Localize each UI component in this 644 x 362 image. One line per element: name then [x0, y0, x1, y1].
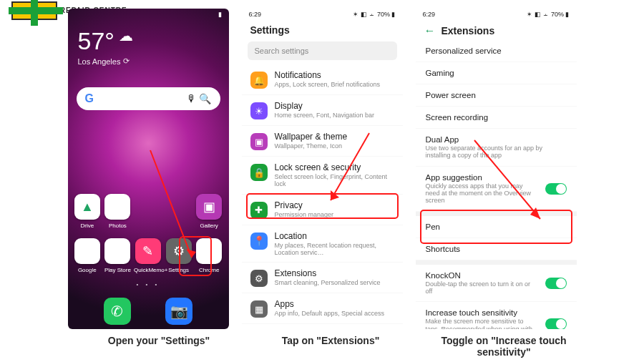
status-bar: ▮: [68, 9, 229, 20]
settings-item-apps[interactable]: ▦AppsApp info, Default apps, Special acc…: [242, 293, 403, 324]
weather-temp[interactable]: 57°☁: [78, 27, 219, 55]
back-icon[interactable]: ←: [424, 24, 436, 37]
google-search-bar[interactable]: G 🎙 🔍: [77, 87, 220, 110]
camera-app-icon[interactable]: 📷: [165, 298, 192, 325]
status-bar: 6:29✶ ◧ ⫠ 70% ▮: [242, 9, 403, 20]
status-bar: 6:29✶ ◧ ⫠ 70% ▮: [416, 9, 577, 20]
lock-icon: 🔒: [250, 164, 268, 181]
mic-icon[interactable]: 🎙 🔍: [187, 93, 212, 104]
ext-icon: ⚙: [250, 270, 268, 287]
apps-icon: ▦: [250, 300, 268, 318]
extensions-header: ← Extensions: [416, 20, 577, 40]
refresh-icon[interactable]: ⟳: [123, 57, 130, 66]
notif-icon: 🔔: [250, 72, 268, 89]
google-logo-icon: G: [85, 92, 94, 105]
ext-item-knockon[interactable]: KnockONDouble-tap the screen to turn it …: [416, 265, 577, 303]
phone-app-icon[interactable]: ✆: [104, 298, 131, 325]
page-indicator: • • •: [68, 281, 229, 288]
ext-item-app-suggestion[interactable]: App suggestionQuickly access apps that y…: [416, 167, 577, 212]
display-icon: ☀: [250, 102, 268, 119]
app-photos[interactable]: ✿Photos: [103, 194, 132, 229]
app-play[interactable]: ▶Play Store: [103, 238, 132, 273]
caption-step1: Open your "Settings": [73, 335, 245, 346]
dock: ✆ 📷: [68, 298, 229, 325]
toggle[interactable]: [545, 278, 567, 289]
app-memo[interactable]: ✎QuickMemo+: [134, 238, 162, 273]
toggle[interactable]: [545, 318, 567, 329]
app-gallery[interactable]: ▣Gallery: [195, 194, 223, 229]
ext-item-dual-app[interactable]: Dual AppUse two separate accounts for an…: [416, 129, 577, 167]
settings-item-extensions[interactable]: ⚙ExtensionsSmart cleaning, Personalized …: [242, 263, 403, 293]
wall-icon: ▣: [250, 133, 268, 150]
ext-item-power-screen[interactable]: Power screen: [416, 84, 577, 107]
ext-item-screen-recording[interactable]: Screen recording: [416, 107, 577, 129]
cloud-icon: ☁: [119, 27, 133, 44]
settings-item-lock-screen-security[interactable]: 🔒Lock screen & securitySelect screen loc…: [242, 157, 403, 195]
phone-settings: 6:29✶ ◧ ⫠ 70% ▮ Settings Search settings…: [242, 9, 403, 329]
ext-item-gaming[interactable]: Gaming: [416, 62, 577, 84]
settings-item-display[interactable]: ☀DisplayHome screen, Font, Navigation ba…: [242, 95, 403, 126]
phone-home: ▮ 57°☁ Los Angeles⟳ G 🎙 🔍 ▲Drive✿Photos▣…: [68, 9, 229, 329]
caption-step3: Toggle on "Increase touch sensitivity": [418, 335, 590, 358]
app-google[interactable]: GGoogle: [73, 238, 102, 273]
ext-item-personalized-service[interactable]: Personalized service: [416, 40, 577, 62]
settings-header: Settings: [242, 20, 403, 39]
highlight-increase-touch: [420, 210, 572, 244]
settings-item-notifications[interactable]: 🔔NotificationsApps, Lock screen, Brief n…: [242, 64, 403, 95]
settings-item-wallpaper-theme[interactable]: ▣Wallpaper & themeWallpaper, Theme, Icon: [242, 126, 403, 157]
highlight-settings: [179, 236, 212, 276]
weather-location[interactable]: Los Angeles⟳: [78, 57, 219, 66]
settings-item-location[interactable]: 📍LocationMy places, Recent location requ…: [242, 225, 403, 263]
loc-icon: 📍: [250, 233, 268, 250]
settings-search[interactable]: Search settings: [248, 41, 397, 60]
caption-step2: Tap on "Extensions": [245, 335, 416, 346]
phone-extensions: 6:29✶ ◧ ⫠ 70% ▮ ← Extensions Personalize…: [416, 9, 577, 329]
app-drive[interactable]: ▲Drive: [73, 194, 102, 229]
settings-item-battery[interactable]: ▮BatteryBattery usage, Background restri…: [242, 324, 403, 329]
ext-item-increase-touch-sensitivity[interactable]: Increase touch sensitivityMake the scree…: [416, 302, 577, 329]
toggle[interactable]: [545, 183, 567, 195]
highlight-extensions: [246, 193, 399, 219]
